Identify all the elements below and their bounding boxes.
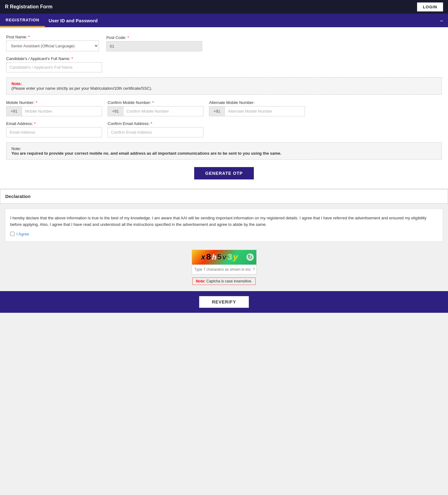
captcha-help-icon[interactable]: ? xyxy=(253,267,255,272)
post-code-label: Post Code: * xyxy=(106,35,202,40)
captcha-char-6: 3 xyxy=(227,252,233,262)
fullname-input[interactable] xyxy=(6,62,102,72)
post-name-select[interactable]: Senior Assistant (Official Language) xyxy=(6,41,99,51)
mobile-prefix: +91 xyxy=(6,106,22,116)
alt-mobile-label: Alternate Mobile Number: xyxy=(209,100,305,105)
mobile-input[interactable] xyxy=(22,106,102,116)
captcha-char-1: x xyxy=(201,253,206,262)
captcha-char-7: y xyxy=(233,253,238,262)
confirm-mobile-group: Confirm Mobile Number: * +91 xyxy=(108,100,203,116)
captcha-note-prefix: Note: xyxy=(196,279,205,283)
email-input[interactable] xyxy=(6,127,102,137)
reg-bar-subtitle: User ID and Password xyxy=(45,14,101,27)
declaration-text: I hereby declare that the above informat… xyxy=(10,215,438,228)
fullname-label: Candidate's / Applicant's Full Name: * xyxy=(6,56,102,61)
declaration-body: I hereby declare that the above informat… xyxy=(5,209,443,242)
confirm-mobile-input[interactable] xyxy=(123,106,203,116)
confirm-mobile-prefix: +91 xyxy=(108,106,123,116)
captcha-box: x8h5v3y ↻ ? xyxy=(192,250,257,274)
captcha-input[interactable] xyxy=(193,266,252,273)
captcha-section: x8h5v3y ↻ ? Note: Captcha is case insens… xyxy=(0,247,448,291)
fullname-group: Candidate's / Applicant's Full Name: * xyxy=(6,56,102,72)
registration-tab[interactable]: REGISTRATION xyxy=(0,14,45,27)
agree-row: I Agree xyxy=(10,232,438,236)
post-code-input[interactable] xyxy=(106,41,202,51)
generate-otp-button[interactable]: GENERATE OTP xyxy=(194,167,254,179)
alt-mobile-prefix: +91 xyxy=(209,106,225,116)
alt-mobile-group: Alternate Mobile Number: +91 xyxy=(209,100,305,116)
otp-row: GENERATE OTP xyxy=(6,167,442,179)
post-code-group: Post Code: * xyxy=(106,35,202,51)
captcha-image-area: x8h5v3y ↻ xyxy=(192,250,256,265)
confirm-email-group: Confirm Email Address: * xyxy=(108,121,203,137)
bottom-bar: REVERIFY xyxy=(0,291,448,313)
email-label: Email Address: * xyxy=(6,121,102,126)
confirm-mobile-label: Confirm Mobile Number: * xyxy=(108,100,203,105)
declaration-section: Declaration I hereby declare that the ab… xyxy=(0,189,448,291)
minimize-icon[interactable]: – xyxy=(440,17,443,24)
captcha-char-3: h xyxy=(212,253,217,262)
registration-bar: REGISTRATION User ID and Password – xyxy=(0,14,448,27)
captcha-char-2: 8 xyxy=(206,252,212,262)
mobile-row: Mobile Number: * +91 Confirm Mobile Numb… xyxy=(6,100,442,116)
post-name-label: Post Name: * xyxy=(6,35,99,39)
mobile-input-wrapper: +91 xyxy=(6,106,102,116)
note-box-2: Note: You are required to provide your c… xyxy=(6,142,442,160)
captcha-note-text: Captcha is case insensitive. xyxy=(205,279,252,283)
agree-label[interactable]: I Agree xyxy=(16,232,29,236)
email-row: Email Address: * Confirm Email Address: … xyxy=(6,121,442,137)
confirm-mobile-input-wrapper: +91 xyxy=(108,106,203,116)
top-bar: R Registration Form LOGIN xyxy=(0,0,448,14)
confirm-email-input[interactable] xyxy=(108,127,203,137)
note1-text: (Please enter your name strictly as per … xyxy=(11,86,152,91)
email-group: Email Address: * xyxy=(6,121,102,137)
captcha-note: Note: Captcha is case insensitive. xyxy=(192,278,255,285)
captcha-text: x8h5v3y xyxy=(194,252,245,262)
note2-label: Note: xyxy=(11,146,21,151)
mobile-group: Mobile Number: * +91 xyxy=(6,100,102,116)
mobile-label: Mobile Number: * xyxy=(6,100,102,105)
note2-text: You are required to provide your correct… xyxy=(11,151,281,156)
reverify-button[interactable]: REVERIFY xyxy=(199,296,249,308)
captcha-char-4: 5 xyxy=(217,253,223,262)
captcha-input-row: ? xyxy=(192,265,256,274)
page-title: R Registration Form xyxy=(5,4,53,10)
confirm-email-label: Confirm Email Address: * xyxy=(108,121,203,126)
main-form-area: Post Name: * Senior Assistant (Official … xyxy=(0,27,448,189)
note-box-1: Note: (Please enter your name strictly a… xyxy=(6,77,442,95)
post-name-code-row: Post Name: * Senior Assistant (Official … xyxy=(6,35,442,51)
declaration-header: Declaration xyxy=(0,189,448,204)
alt-mobile-input[interactable] xyxy=(225,106,305,116)
agree-checkbox[interactable] xyxy=(10,232,15,236)
login-button[interactable]: LOGIN xyxy=(417,2,443,11)
post-name-group: Post Name: * Senior Assistant (Official … xyxy=(6,35,99,51)
captcha-char-5: v xyxy=(222,254,227,262)
captcha-refresh-icon[interactable]: ↻ xyxy=(246,253,254,261)
fullname-row: Candidate's / Applicant's Full Name: * xyxy=(6,56,442,72)
note1-label: Note: xyxy=(11,81,22,86)
alt-mobile-input-wrapper: +91 xyxy=(209,106,305,116)
